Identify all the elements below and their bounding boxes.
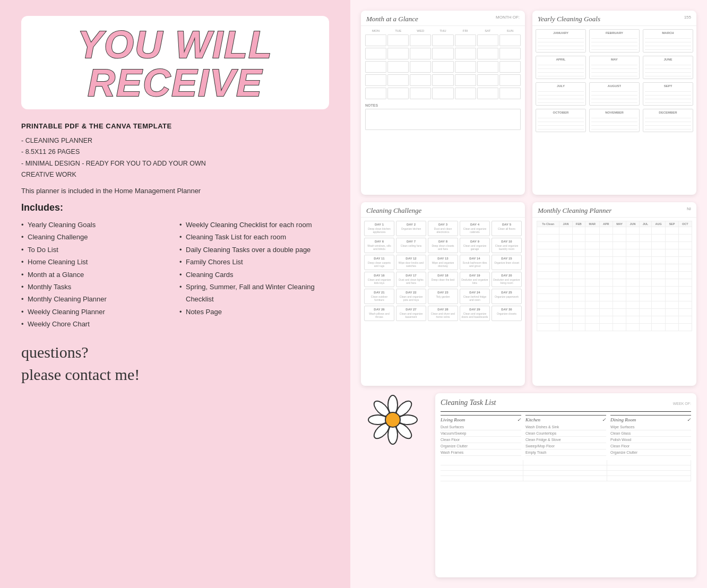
description: - CLEANING PLANNER - 8.5X11 26 PAGES - M…	[21, 135, 329, 180]
challenge-day-cell: DAY 22Clean and organize pots and toys	[396, 289, 426, 304]
challenge-grid: DAY 1Deep clean kitchen appliancesDAY 2O…	[361, 218, 525, 324]
desc-line-1: - CLEANING PLANNER	[21, 135, 329, 146]
desc-line-3: - MINIMAL DESIGN - READY FOR YOU TO ADD …	[21, 158, 329, 169]
desc-line-2: - 8.5X11 26 PAGES	[21, 146, 329, 158]
left-panel: YOU WILL RECEIVE PRINTABLE PDF & THE CAN…	[0, 0, 350, 588]
task-item: Sweep/Mop Floor	[525, 443, 606, 449]
monthly-table: To Clean JAN FEB MAR APR MAY JUN JUL AUG…	[537, 221, 692, 331]
challenge-day-cell: DAY 18Deep clean the bed	[428, 272, 458, 287]
yearly-month-aug: AUGUST	[589, 82, 640, 106]
yearly-card-title: Yearly Cleaning Goals	[538, 15, 691, 23]
list-item: Weekly Cleaning Planner	[21, 306, 171, 318]
yearly-month-may: MAY	[589, 56, 640, 79]
monthly-table-row	[537, 279, 692, 286]
yearly-month-jan: JANUARY	[536, 29, 586, 53]
challenge-day-cell: DAY 30Organize closets	[492, 306, 522, 321]
title-line2: RECEIVE	[34, 64, 316, 102]
challenge-day-cell: DAY 23Tidy garden	[428, 289, 458, 304]
check-icon-living: ✓	[517, 417, 521, 422]
monthly-table-row	[537, 271, 692, 279]
month-subtitle: MONTH OF:	[496, 15, 520, 20]
monthly-cleaning-planner-card: NI Monthly Cleaning Planner To Clean JAN…	[532, 202, 696, 386]
monthly-col-jun: JUN	[626, 221, 639, 227]
task-item: Wash Dishes & Sink	[525, 424, 606, 430]
room-name-kitchen: Kitchen	[525, 417, 540, 422]
monthly-table-row	[537, 286, 692, 293]
monthly-col-sep: SEP	[666, 221, 678, 227]
notes-area	[365, 109, 521, 130]
room-name-living: Living Room	[441, 417, 465, 422]
yearly-month-oct: OCTOBER	[536, 109, 586, 132]
list-item: Cleaning Challenge	[21, 231, 171, 243]
challenge-day-cell: DAY 2Organize kitchen	[396, 221, 426, 236]
monthly-col-feb: FEB	[572, 221, 585, 227]
list-item: Cleaning Cards	[179, 269, 329, 281]
list-item: Weekly Chore Chart	[21, 318, 171, 330]
flower-decoration	[361, 393, 425, 446]
notes-label: NOTES	[365, 103, 521, 107]
task-item: Vacuum/Sweep	[441, 430, 521, 437]
challenge-day-cell: DAY 21Clean outdoor furniture	[364, 289, 394, 304]
monthly-table-row	[537, 308, 692, 316]
challenge-day-cell: DAY 25Organize paperwork	[492, 289, 522, 304]
challenge-day-cell: DAY 10Clean and organize laundry room	[492, 238, 522, 253]
task-item: Empty Trash	[525, 449, 606, 456]
month-card-body: MON TUE WED THU FRI SAT SUN	[361, 26, 525, 133]
list-item: Yearly Cleaning Goals	[21, 219, 171, 231]
task-item: Wipe Surfaces	[610, 424, 691, 430]
list-item: Monthly Cleaning Planner	[21, 293, 171, 305]
list-item: Spring, Summer, Fall and Winter Cleaning…	[179, 281, 329, 306]
day-thu: THU	[432, 29, 453, 32]
yearly-cleaning-goals-card: 155 Yearly Cleaning Goals JANUARY FEBRUA…	[532, 11, 696, 195]
svg-point-8	[385, 412, 400, 427]
challenge-day-cell: DAY 12Wipe door knobs and switches	[396, 255, 426, 270]
monthly-col-may: MAY	[613, 221, 626, 227]
challenge-day-cell: DAY 17Dust and clean lights and fans	[396, 272, 426, 287]
right-panel: MONTH OF: Month at a Glance MON TUE WED …	[350, 0, 707, 588]
check-icon-kitchen: ✓	[602, 417, 606, 422]
monthly-card-body: To Clean JAN FEB MAR APR MAY JUN JUL AUG…	[532, 218, 696, 334]
task-card-container: Cleaning Task List WEEK OF: Living Room …	[361, 393, 696, 577]
challenge-day-cell: DAY 28Clean and dryer and home vents	[428, 306, 458, 321]
monthly-table-row	[537, 301, 692, 308]
monthly-table-row	[537, 227, 692, 234]
yearly-month-jul: JULY	[536, 82, 586, 106]
list-item: Month at a Glance	[21, 269, 171, 281]
challenge-day-cell: DAY 26Wash pillows and throws	[364, 306, 394, 321]
list-item: Home Cleaning List	[21, 256, 171, 268]
challenge-day-cell: DAY 27Clean and organize basement	[396, 306, 426, 321]
task-card: Cleaning Task List WEEK OF: Living Room …	[435, 393, 696, 577]
challenge-day-cell: DAY 19Declutter and organize bins	[460, 272, 490, 287]
day-mon: MON	[365, 29, 386, 32]
challenge-day-cell: DAY 24Clean behind fridge and oven	[460, 289, 490, 304]
monthly-table-row	[537, 293, 692, 301]
list-item: Monthly Tasks	[21, 281, 171, 293]
monthly-col-aug: AUG	[652, 221, 666, 227]
task-card-title: Cleaning Task List	[441, 399, 496, 407]
challenge-day-cell: DAY 20Declutter and organize living room	[492, 272, 522, 287]
task-item: Clean Floor	[610, 443, 691, 449]
list-item: Family Chores List	[179, 256, 329, 268]
yearly-page: 155	[684, 15, 691, 20]
yearly-month-nov: NOVEMBER	[589, 109, 640, 132]
list-item: Notes Page	[179, 306, 329, 318]
challenge-day-cell: DAY 5Clean all floors	[492, 221, 522, 236]
yearly-month-jun: JUNE	[643, 56, 693, 79]
list-item: Daily Cleaning Tasks over a double page	[179, 244, 329, 256]
month-row	[365, 34, 521, 46]
month-row	[365, 88, 521, 99]
task-rooms: Living Room ✓ Dust Surfaces Vacuum/Sweep…	[441, 415, 691, 456]
main-title-box: YOU WILL RECEIVE	[21, 16, 329, 109]
month-at-glance-card: MONTH OF: Month at a Glance MON TUE WED …	[361, 11, 525, 195]
subtitle: PRINTABLE PDF & THE CANVA TEMPLATE	[21, 122, 329, 130]
yearly-month-mar: MARCH	[643, 29, 693, 53]
challenge-card-header: Cleaning Challenge	[361, 202, 525, 218]
task-item: Clean Fridge & Stove	[525, 437, 606, 443]
month-row	[365, 48, 521, 59]
monthly-card-title: Monthly Cleaning Planner	[538, 206, 691, 215]
check-icon-dining: ✓	[687, 417, 691, 422]
monthly-table-row	[537, 241, 692, 249]
challenge-card-title: Cleaning Challenge	[366, 206, 520, 215]
yearly-month-feb: FEBRUARY	[589, 29, 640, 53]
cleaning-challenge-card: Cleaning Challenge DAY 1Deep clean kitch…	[361, 202, 525, 386]
